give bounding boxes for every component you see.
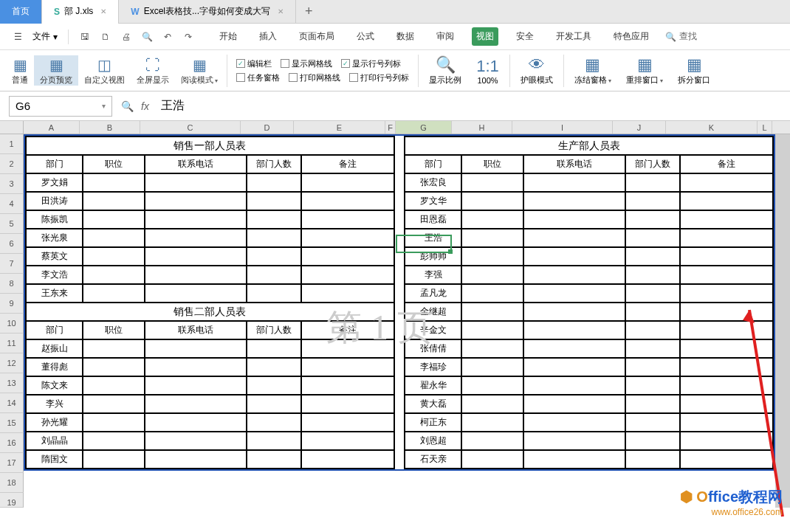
cell[interactable] [145, 173, 247, 192]
cell[interactable]: 职位 [461, 155, 523, 173]
tab-add-button[interactable]: + [296, 4, 322, 19]
tab-data[interactable]: 数据 [392, 27, 419, 46]
cell[interactable] [523, 395, 625, 413]
check-print-gridlines[interactable]: 打印网格线 [289, 72, 340, 83]
cell[interactable] [301, 173, 394, 192]
cell[interactable] [625, 358, 679, 376]
cell[interactable] [680, 266, 773, 284]
cell[interactable]: 田恩磊 [405, 210, 461, 229]
cell[interactable] [247, 284, 300, 303]
cell[interactable] [83, 266, 144, 284]
cell[interactable] [461, 413, 523, 432]
cell[interactable]: 职位 [83, 155, 144, 173]
cell[interactable] [145, 413, 247, 432]
cell[interactable] [523, 450, 625, 469]
cell[interactable] [145, 247, 247, 266]
cell[interactable]: 翟永华 [405, 376, 461, 395]
cell[interactable] [301, 450, 394, 469]
cell[interactable]: 生产部人员表 [405, 137, 773, 155]
cell[interactable] [145, 339, 247, 358]
row-header-11[interactable]: 11 [0, 334, 24, 353]
view-custom[interactable]: ◫自定义视图 [78, 55, 131, 86]
cell[interactable] [83, 358, 144, 376]
cell[interactable] [301, 339, 394, 358]
cell[interactable]: 王东来 [26, 284, 83, 303]
cell[interactable] [625, 192, 679, 210]
cell[interactable]: 隋国文 [26, 450, 83, 469]
split-button[interactable]: ▦拆分窗口 [670, 55, 718, 86]
check-print-headers[interactable]: 打印行号列标 [349, 72, 409, 83]
eyecare-button[interactable]: 👁护眼模式 [513, 55, 560, 86]
cell[interactable] [247, 210, 300, 229]
cell[interactable]: 黄大磊 [405, 395, 461, 413]
cell[interactable] [247, 413, 300, 432]
col-header-f[interactable]: F [385, 121, 396, 134]
select-all-corner[interactable] [0, 121, 24, 134]
cell[interactable] [625, 247, 679, 266]
cell[interactable] [625, 173, 679, 192]
cell[interactable] [625, 339, 679, 358]
cell[interactable] [680, 358, 773, 376]
cell[interactable] [247, 358, 300, 376]
save-as-icon[interactable]: 🗋 [99, 30, 112, 44]
cell[interactable]: 联系电话 [145, 321, 247, 339]
row-header-5[interactable]: 5 [0, 214, 24, 234]
row-header-4[interactable]: 4 [0, 194, 24, 214]
check-gridlines[interactable]: 显示网格线 [281, 58, 332, 69]
cell[interactable]: 部门人数 [247, 321, 300, 339]
cell[interactable]: 董得彪 [26, 358, 83, 376]
cell[interactable]: 柯正东 [405, 413, 461, 432]
cell[interactable] [625, 284, 679, 303]
cell[interactable] [523, 321, 625, 339]
tab-dev[interactable]: 开发工具 [552, 27, 596, 46]
cell[interactable] [83, 192, 144, 210]
tab-start[interactable]: 开始 [215, 27, 241, 46]
row-header-13[interactable]: 13 [0, 373, 24, 393]
cell[interactable] [523, 192, 625, 210]
file-menu[interactable]: 文件 ▾ [30, 27, 61, 46]
cell[interactable] [680, 192, 773, 210]
cell[interactable] [523, 413, 625, 432]
cell[interactable]: 李福珍 [405, 358, 461, 376]
row-header-8[interactable]: 8 [0, 274, 24, 294]
cell[interactable] [680, 247, 773, 266]
cell[interactable]: 销售二部人员表 [26, 303, 394, 321]
cell[interactable] [461, 284, 523, 303]
cell[interactable]: 备注 [680, 155, 773, 173]
print-icon[interactable]: 🖨 [120, 30, 133, 44]
zoom-100-button[interactable]: 1:1100% [469, 57, 506, 85]
col-header-c[interactable]: C [140, 121, 241, 134]
cell[interactable] [680, 229, 773, 247]
cell[interactable] [247, 247, 300, 266]
cell-reference-box[interactable]: G6 [9, 96, 112, 117]
cell[interactable] [83, 229, 144, 247]
row-header-14[interactable]: 14 [0, 393, 24, 413]
view-reading[interactable]: ▦阅读模式 [175, 55, 224, 86]
cell[interactable] [680, 303, 773, 321]
cell[interactable] [461, 321, 523, 339]
cell[interactable]: 李强 [405, 266, 461, 284]
col-header-e[interactable]: E [294, 121, 385, 134]
col-header-i[interactable]: I [512, 121, 613, 134]
cell[interactable] [247, 376, 300, 395]
cell[interactable] [247, 229, 300, 247]
cell[interactable] [523, 266, 625, 284]
row-header-19[interactable]: 19 [0, 493, 24, 508]
cell[interactable] [83, 173, 144, 192]
check-formula-bar[interactable]: ✓编辑栏 [236, 58, 272, 69]
cell[interactable] [83, 284, 144, 303]
cell[interactable] [145, 432, 247, 450]
row-header-15[interactable]: 15 [0, 413, 24, 433]
cell[interactable]: 罗文娟 [26, 173, 83, 192]
cell[interactable] [247, 339, 300, 358]
cell[interactable]: 部门 [26, 155, 83, 173]
cell[interactable] [83, 339, 144, 358]
cell[interactable] [461, 450, 523, 469]
tab-special[interactable]: 特色应用 [609, 27, 653, 46]
cell[interactable] [680, 173, 773, 192]
cell[interactable] [301, 395, 394, 413]
cell[interactable] [461, 192, 523, 210]
cell[interactable]: 张倩倩 [405, 339, 461, 358]
cell[interactable]: 彭帅帅 [405, 247, 461, 266]
cell[interactable] [625, 395, 679, 413]
